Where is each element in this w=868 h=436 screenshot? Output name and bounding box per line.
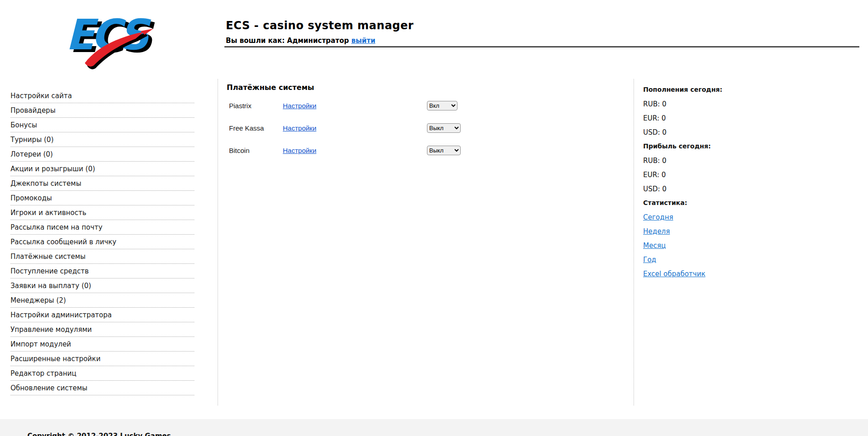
profit-today-title: Прибыль сегодня: xyxy=(643,142,753,157)
stats-link-today[interactable]: Сегодня xyxy=(643,213,673,221)
login-status: Вы вошли как: Администратор выйти xyxy=(226,37,375,45)
stats-link-excel[interactable]: Excel обработчик xyxy=(643,270,705,278)
payment-status-select[interactable]: Выкл xyxy=(427,123,461,133)
sidebar-item-page-editor[interactable]: Редактор страниц xyxy=(10,366,194,381)
deposits-rub: RUB: 0 xyxy=(643,100,753,114)
deposits-today-title: Пополнения сегодня: xyxy=(643,86,753,100)
sidebar-item-payment-systems[interactable]: Платёжные системы xyxy=(10,249,194,264)
login-status-text: Вы вошли как: Администратор xyxy=(226,37,349,45)
stats-link-week[interactable]: Неделя xyxy=(643,227,670,236)
payment-row-bitcoin: Bitcoin Настройки Выкл xyxy=(229,146,548,168)
sidebar-item-module-management[interactable]: Управление модулями xyxy=(10,322,194,337)
payments-list: Piastrix Настройки Вкл Free Kassa Настро… xyxy=(229,101,548,168)
copyright-text: Copyright © 2012-2023 Lucky Games xyxy=(27,432,171,436)
sidebar-item-lotteries[interactable]: Лотереи (0) xyxy=(10,147,194,162)
payments-heading: Платёжные системы xyxy=(227,83,314,92)
logout-link[interactable]: выйти xyxy=(351,37,375,45)
profit-usd: USD: 0 xyxy=(643,185,753,199)
sidebar-item-incoming-funds[interactable]: Поступление средств xyxy=(10,264,194,278)
payment-name: Free Kassa xyxy=(229,123,283,132)
ecs-logo: ECS ECS xyxy=(62,8,156,71)
sidebar-item-players-activity[interactable]: Игроки и активность xyxy=(10,205,194,220)
sidebar-item-providers[interactable]: Провайдеры xyxy=(10,103,194,118)
sidebar-item-system-update[interactable]: Обновление системы xyxy=(10,381,194,395)
sidebar-item-promocodes[interactable]: Промокоды xyxy=(10,191,194,205)
sidebar-item-managers[interactable]: Менеджеры (2) xyxy=(10,293,194,308)
profit-rub: RUB: 0 xyxy=(643,157,753,171)
payment-settings-link[interactable]: Настройки xyxy=(283,147,317,154)
sidebar-main-divider xyxy=(218,79,218,405)
payment-settings-link[interactable]: Настройки xyxy=(283,102,317,110)
stats-link-month[interactable]: Месяц xyxy=(643,242,666,250)
sidebar-item-bonuses[interactable]: Бонусы xyxy=(10,118,194,132)
sidebar-item-jackpots[interactable]: Джекпоты системы xyxy=(10,176,194,191)
profit-eur: EUR: 0 xyxy=(643,171,753,185)
main-stats-divider xyxy=(634,79,634,405)
payment-status-select[interactable]: Вкл xyxy=(427,101,457,110)
sidebar-item-pm-mailing[interactable]: Рассылка сообщений в личку xyxy=(10,235,194,249)
sidebar-item-admin-settings[interactable]: Настройки администратора xyxy=(10,308,194,322)
statistics-title: Статистика: xyxy=(643,199,753,213)
payment-name: Piastrix xyxy=(229,101,283,110)
sidebar-item-promotions[interactable]: Акции и розыгрыши (0) xyxy=(10,162,194,176)
stats-link-year[interactable]: Год xyxy=(643,256,656,264)
sidebar-item-payout-requests[interactable]: Заявки на выплату (0) xyxy=(10,278,194,293)
sidebar-item-tournaments[interactable]: Турниры (0) xyxy=(10,132,194,147)
sidebar-item-site-settings[interactable]: Настройки сайта xyxy=(10,89,194,103)
payment-row-piastrix: Piastrix Настройки Вкл xyxy=(229,101,548,123)
sidebar-item-email-mailing[interactable]: Рассылка писем на почту xyxy=(10,220,194,235)
deposits-usd: USD: 0 xyxy=(643,128,753,142)
payment-name: Bitcoin xyxy=(229,146,283,154)
sidebar-item-advanced-settings[interactable]: Расширенные настройки xyxy=(10,352,194,366)
deposits-eur: EUR: 0 xyxy=(643,114,753,128)
page-title: ECS - casino system manager xyxy=(226,19,414,32)
payment-row-freekassa: Free Kassa Настройки Выкл xyxy=(229,123,548,146)
sidebar-item-module-import[interactable]: Импорт модулей xyxy=(10,337,194,352)
payment-status-select[interactable]: Выкл xyxy=(427,146,461,155)
sidebar-menu: Настройки сайта Провайдеры Бонусы Турнир… xyxy=(10,89,194,395)
footer: Copyright © 2012-2023 Lucky Games xyxy=(0,419,868,436)
payment-settings-link[interactable]: Настройки xyxy=(283,124,317,132)
stats-panel: Пополнения сегодня: RUB: 0 EUR: 0 USD: 0… xyxy=(643,86,753,284)
ecs-logo-graphic: ECS ECS xyxy=(62,8,156,71)
header-divider xyxy=(224,46,859,47)
